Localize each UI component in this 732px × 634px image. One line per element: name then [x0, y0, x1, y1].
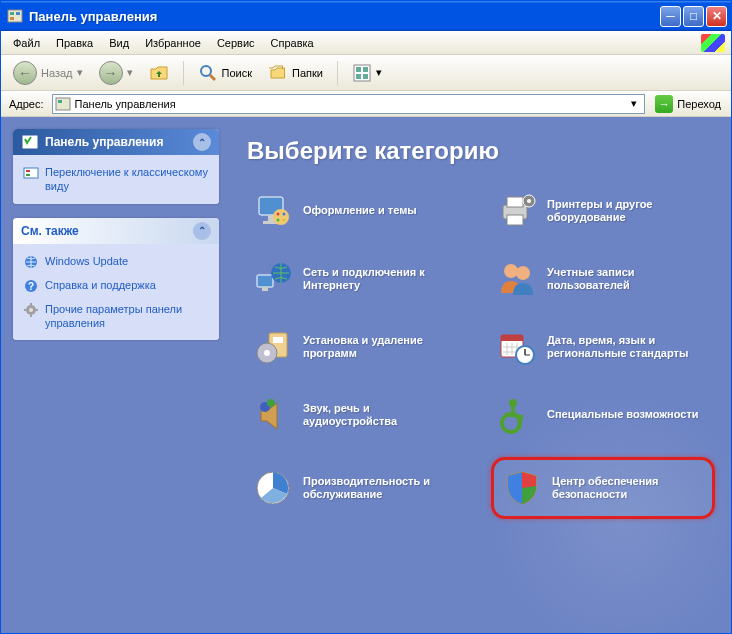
folders-label: Папки — [292, 67, 323, 79]
svg-rect-12 — [58, 100, 62, 103]
menu-favorites[interactable]: Избранное — [137, 34, 209, 52]
windows-update-link[interactable]: Windows Update — [23, 254, 209, 270]
address-dropdown-icon[interactable]: ▾ — [626, 97, 642, 110]
panel-header[interactable]: См. также ⌃ — [13, 218, 219, 244]
svg-point-43 — [516, 266, 530, 280]
category-label: Специальные возможности — [547, 408, 699, 421]
category-users[interactable]: Учетные записи пользователей — [491, 253, 715, 305]
svg-line-5 — [210, 75, 215, 80]
collapse-icon[interactable]: ⌃ — [193, 133, 211, 151]
control-panel-header-icon — [21, 133, 39, 151]
forward-arrow-icon: → — [99, 61, 123, 85]
svg-point-29 — [273, 209, 289, 225]
folder-up-icon — [149, 63, 169, 83]
svg-rect-45 — [273, 337, 283, 343]
minimize-button[interactable]: ─ — [660, 6, 681, 27]
menu-help[interactable]: Справка — [263, 34, 322, 52]
sidebar: Панель управления ⌃ Переключение к класс… — [1, 117, 231, 633]
other-options-link[interactable]: Прочие параметры панели управления — [23, 302, 209, 331]
search-button[interactable]: Поиск — [192, 61, 258, 85]
switch-classic-view-link[interactable]: Переключение к классическому виду — [23, 165, 209, 194]
svg-rect-15 — [26, 170, 30, 172]
svg-rect-14 — [24, 168, 38, 178]
accessibility-icon — [497, 395, 537, 435]
address-field[interactable]: Панель управления ▾ — [52, 94, 646, 114]
datetime-icon — [497, 327, 537, 367]
category-label: Принтеры и другое оборудование — [547, 198, 709, 224]
svg-rect-39 — [257, 275, 273, 287]
svg-rect-9 — [356, 74, 361, 79]
category-datetime[interactable]: Дата, время, язык и региональные стандар… — [491, 321, 715, 373]
back-arrow-icon: ← — [13, 61, 37, 85]
menu-edit[interactable]: Правка — [48, 34, 101, 52]
svg-point-42 — [504, 264, 518, 278]
toolbar: ← Назад ▾ → ▾ Поиск Папки ▾ — [1, 55, 731, 91]
category-add-remove[interactable]: Установка и удаление программ — [247, 321, 471, 373]
sidebar-panel-seealso: См. также ⌃ Windows Update ? Справка и п… — [13, 218, 219, 341]
maximize-button[interactable]: □ — [683, 6, 704, 27]
svg-point-32 — [277, 219, 280, 222]
category-printers[interactable]: Принтеры и другое оборудование — [491, 185, 715, 237]
main-area: Выберите категорию Оформление и темы При… — [231, 117, 731, 633]
back-label: Назад — [41, 67, 73, 79]
category-label: Установка и удаление программ — [303, 334, 465, 360]
svg-rect-2 — [16, 12, 20, 15]
svg-point-47 — [264, 350, 270, 356]
panel-title: Панель управления — [45, 135, 163, 149]
category-network[interactable]: Сеть и подключения к Интернету — [247, 253, 471, 305]
views-icon — [352, 63, 372, 83]
go-label: Переход — [677, 98, 721, 110]
svg-rect-1 — [10, 12, 14, 15]
svg-rect-36 — [507, 215, 523, 225]
category-appearance[interactable]: Оформление и темы — [247, 185, 471, 237]
category-security-center[interactable]: Центр обеспечения безопасности — [491, 457, 715, 519]
back-button[interactable]: ← Назад ▾ — [7, 59, 89, 87]
svg-rect-11 — [56, 98, 70, 110]
globe-icon — [23, 254, 39, 270]
svg-rect-0 — [8, 10, 22, 22]
collapse-icon[interactable]: ⌃ — [193, 222, 211, 240]
category-label: Учетные записи пользователей — [547, 266, 709, 292]
panel-header[interactable]: Панель управления ⌃ — [13, 129, 219, 155]
category-sound[interactable]: Звук, речь и аудиоустройства — [247, 389, 471, 441]
svg-rect-3 — [10, 17, 14, 20]
category-accessibility[interactable]: Специальные возможности — [491, 389, 715, 441]
link-label: Переключение к классическому виду — [45, 165, 209, 194]
category-label: Центр обеспечения безопасности — [552, 475, 704, 501]
views-button[interactable]: ▾ — [346, 61, 388, 85]
link-label: Windows Update — [45, 254, 128, 268]
security-shield-icon — [502, 468, 542, 508]
category-label: Оформление и темы — [303, 204, 417, 217]
forward-button[interactable]: → ▾ — [93, 59, 139, 87]
search-label: Поиск — [222, 67, 252, 79]
close-button[interactable]: ✕ — [706, 6, 727, 27]
link-label: Прочие параметры панели управления — [45, 302, 209, 331]
menu-tools[interactable]: Сервис — [209, 34, 263, 52]
svg-rect-16 — [26, 174, 30, 176]
folders-button[interactable]: Папки — [262, 61, 329, 85]
control-panel-icon — [7, 8, 23, 24]
folders-icon — [268, 63, 288, 83]
windows-flag-icon — [701, 34, 725, 52]
content-area: Панель управления ⌃ Переключение к класс… — [1, 117, 731, 633]
svg-point-33 — [283, 219, 286, 222]
window-title: Панель управления — [29, 9, 660, 24]
menu-file[interactable]: Файл — [5, 34, 48, 52]
address-value: Панель управления — [71, 98, 627, 110]
address-icon — [55, 96, 71, 112]
svg-point-31 — [283, 213, 286, 216]
switch-view-icon — [23, 165, 39, 181]
toolbar-separator — [337, 61, 338, 85]
category-label: Дата, время, язык и региональные стандар… — [547, 334, 709, 360]
go-button[interactable]: → Переход — [649, 94, 727, 114]
gear-icon — [23, 302, 39, 318]
svg-rect-35 — [507, 197, 523, 207]
titlebar[interactable]: Панель управления ─ □ ✕ — [1, 1, 731, 31]
menu-view[interactable]: Вид — [101, 34, 137, 52]
svg-rect-8 — [363, 67, 368, 72]
appearance-icon — [253, 191, 293, 231]
go-arrow-icon: → — [655, 95, 673, 113]
up-button[interactable] — [143, 61, 175, 85]
help-support-link[interactable]: ? Справка и поддержка — [23, 278, 209, 294]
category-performance[interactable]: Производительность и обслуживание — [247, 457, 471, 519]
